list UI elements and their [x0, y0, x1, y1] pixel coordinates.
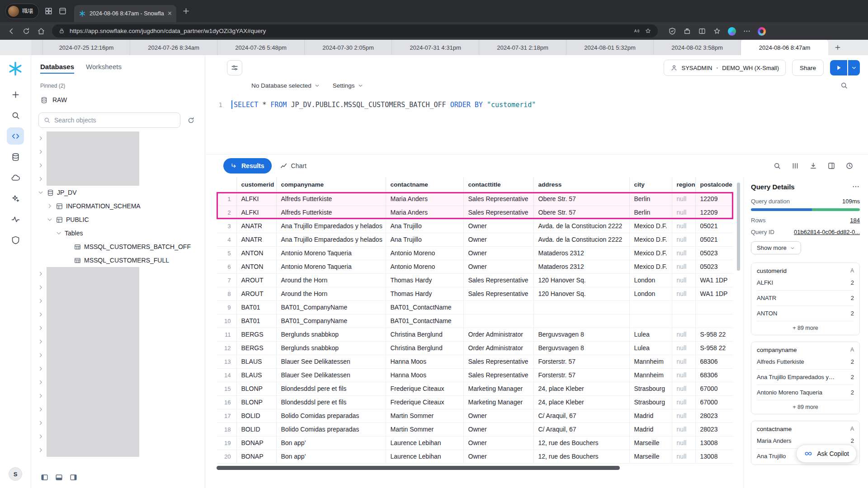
layout-bottom-panel-icon[interactable]	[55, 473, 63, 482]
table-cell[interactable]: Christina Berglund	[386, 328, 463, 341]
editor-format-button[interactable]	[227, 60, 242, 75]
table-cell[interactable]: Owner	[463, 233, 533, 246]
table-cell[interactable]: Maria Anders	[386, 192, 463, 206]
table-cell[interactable]: ANATR	[236, 233, 276, 246]
tree-row[interactable]	[31, 389, 205, 403]
table-cell[interactable]: Blauer See Delikatessen	[276, 368, 386, 382]
worksheet-tab[interactable]: 2024-07-26 5:48pm	[217, 40, 305, 55]
tree-row[interactable]	[31, 131, 205, 145]
table-cell[interactable]: ANTON	[236, 260, 276, 273]
tree-row[interactable]: MSSQL_CUSTOMERS_FULL	[31, 253, 205, 267]
results-search-button[interactable]	[770, 159, 784, 173]
settings-dropdown[interactable]: Settings	[333, 82, 363, 89]
table-cell[interactable]: Mataderos 2312	[533, 246, 629, 260]
table-cell[interactable]: null	[672, 341, 695, 355]
table-cell[interactable]: Antonio Moreno Taqueria	[276, 246, 386, 260]
table-cell[interactable]: Mataderos 2312	[533, 260, 629, 273]
table-cell[interactable]	[695, 314, 733, 328]
table-cell[interactable]: Antonio Moreno Taqueria	[276, 260, 386, 273]
table-cell[interactable]: AROUT	[236, 287, 276, 300]
stats-value-row[interactable]: Antonio Moreno Taqueria2	[757, 385, 854, 400]
results-column-header[interactable]: contactname	[386, 177, 463, 192]
layout-right-panel-icon[interactable]	[69, 473, 78, 482]
table-cell[interactable]: Hanna Moos	[386, 355, 463, 368]
tree-row[interactable]	[31, 145, 205, 159]
table-cell[interactable]: S-958 22	[695, 341, 733, 355]
table-cell[interactable]	[533, 314, 629, 328]
chart-tab[interactable]: Chart	[280, 162, 307, 170]
table-cell[interactable]	[463, 314, 533, 328]
table-cell[interactable]: Order Administrator	[463, 328, 533, 341]
table-cell[interactable]: null	[672, 422, 695, 436]
table-cell[interactable]: Sales Representative	[463, 355, 533, 368]
table-cell[interactable]: Antonio Moreno	[386, 246, 463, 260]
table-cell[interactable]: 68306	[695, 355, 733, 368]
favorites-icon[interactable]	[713, 27, 721, 35]
table-cell[interactable]	[629, 314, 672, 328]
tree-row[interactable]: PUBLIC	[31, 213, 205, 226]
table-cell[interactable]: Avda. de la Constitucion 2222	[533, 219, 629, 233]
browser-tab[interactable]: 2024-08-06 8:47am - Snowfla ×	[74, 5, 176, 22]
table-cell[interactable]: 05023	[695, 246, 733, 260]
tab-worksheets[interactable]: Worksheets	[86, 63, 122, 74]
table-cell[interactable]: Maria Anders	[386, 206, 463, 219]
table-cell[interactable]: null	[672, 206, 695, 219]
worksheet-tab[interactable]: 2024-07-31 2:18pm	[479, 40, 566, 55]
table-cell[interactable]	[463, 300, 533, 314]
table-cell[interactable]: Mexico D.F.	[629, 260, 672, 273]
search-objects-input[interactable]	[54, 117, 175, 124]
tree-row[interactable]	[31, 403, 205, 416]
table-cell[interactable]: Mexico D.F.	[629, 233, 672, 246]
nav-rail-item-activity[interactable]	[7, 211, 24, 228]
table-cell[interactable]: Blondesddsl pere et fils	[276, 382, 386, 395]
table-cell[interactable]: Frederique Citeaux	[386, 382, 463, 395]
table-cell[interactable]: Mexico D.F.	[629, 246, 672, 260]
table-cell[interactable]: Strasbourg	[629, 382, 672, 395]
table-cell[interactable]: Antonio Moreno	[386, 260, 463, 273]
add-favorite-icon[interactable]	[645, 28, 651, 34]
table-cell[interactable]	[629, 300, 672, 314]
table-cell[interactable]: 28023	[695, 422, 733, 436]
user-avatar[interactable]: S	[9, 467, 22, 481]
table-cell[interactable]: AROUT	[236, 273, 276, 287]
table-cell[interactable]: null	[672, 382, 695, 395]
table-cell[interactable]: Bolido Comidas preparadas	[276, 422, 386, 436]
rewards-icon[interactable]	[728, 27, 736, 35]
table-cell[interactable]: London	[629, 287, 672, 300]
table-cell[interactable]: Martin Sommer	[386, 422, 463, 436]
copilot-icon[interactable]	[758, 27, 766, 35]
table-cell[interactable]: Ana Trujillo Emparedados y helados	[276, 233, 386, 246]
worksheet-tab[interactable]: 2024-08-06 8:47am	[741, 40, 828, 55]
table-cell[interactable]: Owner	[463, 450, 533, 463]
table-cell[interactable]: null	[672, 450, 695, 463]
show-more-button[interactable]: Show more	[751, 241, 801, 254]
table-cell[interactable]: Thomas Hardy	[386, 287, 463, 300]
table-cell[interactable]: Mannheim	[629, 368, 672, 382]
table-cell[interactable]: null	[672, 192, 695, 206]
table-cell[interactable]: Marketing Manager	[463, 382, 533, 395]
table-cell[interactable]: BONAP	[236, 450, 276, 463]
results-column-header[interactable]: city	[629, 177, 672, 192]
table-cell[interactable]: BLAUS	[236, 368, 276, 382]
stats-value-row[interactable]: ALFKI2	[757, 275, 854, 291]
ask-copilot-button[interactable]: Ask Copilot	[796, 445, 857, 463]
table-cell[interactable]: null	[672, 409, 695, 422]
results-history-button[interactable]	[843, 159, 856, 173]
table-cell[interactable]: Owner	[463, 260, 533, 273]
stats-value-row[interactable]: Alfreds Futterkiste2	[757, 354, 854, 370]
tree-row[interactable]: MSSQL_CUSTOMERS_BATCH_OFF	[31, 240, 205, 253]
table-cell[interactable]: Strasbourg	[629, 395, 672, 409]
table-cell[interactable]: Sales Representative	[463, 287, 533, 300]
table-cell[interactable]: Blondesddsl pere et fils	[276, 395, 386, 409]
table-cell[interactable]: null	[672, 273, 695, 287]
refresh-objects-button[interactable]	[184, 113, 198, 127]
browser-profile-chip[interactable]: 職場	[5, 4, 39, 19]
table-cell[interactable]: Owner	[463, 409, 533, 422]
table-cell[interactable]: null	[672, 219, 695, 233]
table-cell[interactable]: 13008	[695, 436, 733, 450]
tree-row[interactable]: Tables	[31, 226, 205, 240]
table-cell[interactable]	[672, 300, 695, 314]
table-cell[interactable]: BAT01	[236, 300, 276, 314]
tree-row[interactable]	[31, 172, 205, 186]
worksheet-tab[interactable]: 2024-07-25 12:16pm	[43, 40, 130, 55]
